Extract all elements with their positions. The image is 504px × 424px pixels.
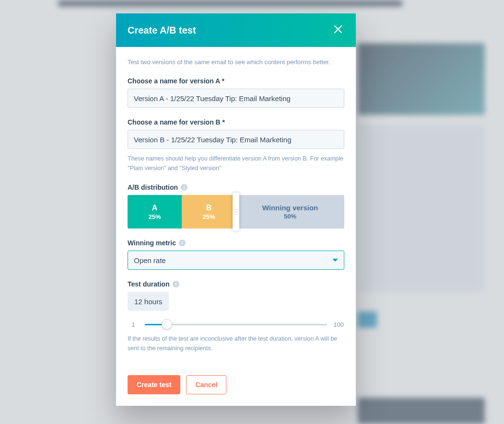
modal-title: Create A/B test (128, 25, 196, 36)
version-a-input[interactable] (128, 89, 344, 108)
segment-a-pct: 25% (148, 213, 161, 220)
intro-text: Test two versions of the same email to s… (128, 58, 344, 66)
segment-b-pct: 25% (202, 213, 215, 220)
distribution-label-text: A/B distribution (128, 183, 178, 191)
version-b-input[interactable] (128, 130, 344, 149)
names-helper-text: These names should help you differentiat… (128, 154, 344, 173)
modal-body: Test two versions of the same email to s… (116, 47, 356, 367)
test-duration-field: Test duration i 12 hours 1 100 If the re… (128, 280, 344, 353)
winning-metric-label: Winning metric i (128, 239, 344, 247)
distribution-bar[interactable]: A 25% B 25% Winning version 50% (128, 195, 344, 229)
chevron-down-icon (332, 259, 338, 262)
close-icon[interactable] (332, 23, 344, 37)
slider-max: 100 (333, 321, 344, 328)
version-a-field: Choose a name for version A * (128, 77, 344, 108)
test-duration-value: 12 hours (128, 292, 169, 311)
duration-helper-text: If the results of the test are inconclus… (128, 334, 344, 353)
segment-version-b: B 25% (182, 195, 236, 229)
slider-track (145, 324, 327, 325)
modal-footer: Create test Cancel (116, 367, 356, 406)
slider-min: 1 (128, 321, 139, 328)
ab-test-modal: Create A/B test Test two versions of the… (116, 13, 356, 406)
winning-metric-label-text: Winning metric (128, 239, 176, 247)
test-duration-label-text: Test duration (128, 280, 170, 288)
distribution-field: A/B distribution i A 25% B 25% Winning v… (128, 183, 344, 229)
version-a-label: Choose a name for version A * (128, 77, 344, 85)
duration-slider-row: 1 100 (128, 320, 344, 329)
slider-thumb[interactable] (162, 319, 172, 330)
info-icon[interactable]: i (179, 240, 186, 246)
distribution-label: A/B distribution i (128, 183, 344, 191)
test-duration-label: Test duration i (128, 280, 344, 288)
info-icon[interactable]: i (173, 281, 179, 287)
cancel-button[interactable]: Cancel (186, 375, 226, 394)
modal-header: Create A/B test (116, 13, 356, 47)
segment-winning-pct: 50% (284, 213, 296, 220)
winning-metric-field: Winning metric i Open rate (128, 239, 344, 270)
duration-slider[interactable] (145, 320, 327, 329)
create-test-button[interactable]: Create test (128, 375, 180, 394)
winning-metric-value: Open rate (134, 256, 166, 264)
distribution-handle[interactable] (233, 193, 239, 231)
segment-winning-title: Winning version (262, 204, 318, 212)
segment-winning: Winning version 50% (236, 195, 344, 229)
segment-version-a: A 25% (128, 195, 182, 229)
segment-b-title: B (206, 204, 212, 212)
version-b-field: Choose a name for version B * These name… (128, 118, 344, 173)
version-b-label: Choose a name for version B * (128, 118, 344, 126)
segment-a-title: A (152, 204, 158, 212)
winning-metric-select[interactable]: Open rate (128, 251, 344, 270)
info-icon[interactable]: i (181, 184, 188, 191)
